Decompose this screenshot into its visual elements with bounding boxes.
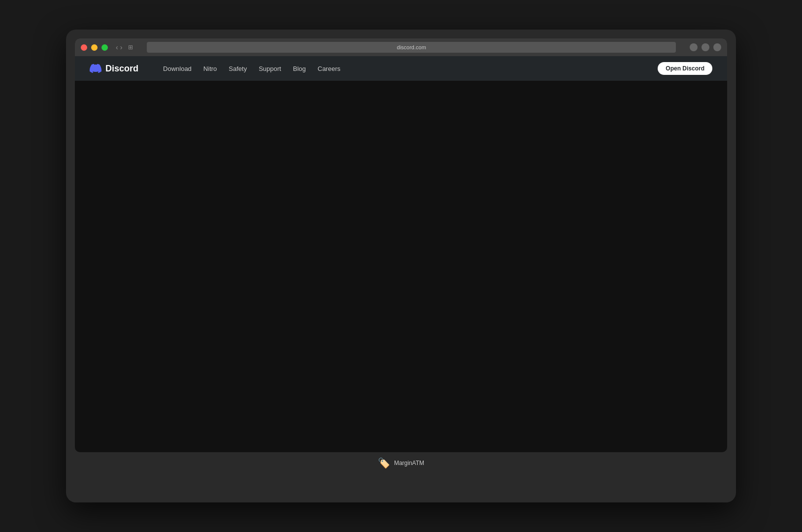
mac-close-btn[interactable] <box>81 44 87 51</box>
taskbar-label: MarginATM <box>394 460 424 466</box>
browser-icon-2 <box>702 43 709 51</box>
nav-safety[interactable]: Safety <box>229 65 247 72</box>
discord-logo-text: Discord <box>105 64 138 74</box>
discord-logo: Discord <box>90 63 138 74</box>
nav-arrows: ‹ › <box>116 43 122 51</box>
discord-navbar: Discord Download Nitro Safety Support Bl… <box>75 56 727 81</box>
mac-minimize-btn[interactable] <box>91 44 98 51</box>
open-discord-button[interactable]: Open Discord <box>658 62 712 75</box>
grid-icon: ⊞ <box>128 44 133 51</box>
address-text: discord.com <box>397 44 426 50</box>
browser-controls <box>690 43 721 51</box>
nav-download[interactable]: Download <box>163 65 192 72</box>
nav-links: Download Nitro Safety Support Blog Caree… <box>163 65 340 72</box>
nav-support[interactable]: Support <box>259 65 281 72</box>
forward-arrow[interactable]: › <box>120 43 123 51</box>
nav-careers[interactable]: Careers <box>318 65 340 72</box>
laptop-shell: ‹ › ⊞ discord.com Discord <box>66 30 736 502</box>
nav-blog[interactable]: Blog <box>293 65 306 72</box>
taskbar-icon: 🏷️ <box>378 457 390 469</box>
website-content: Discord Download Nitro Safety Support Bl… <box>75 56 727 81</box>
browser-icon-3 <box>713 43 721 51</box>
address-bar[interactable]: discord.com <box>147 42 676 53</box>
screen-bezel: ‹ › ⊞ discord.com Discord <box>75 38 727 452</box>
nav-nitro[interactable]: Nitro <box>203 65 217 72</box>
browser-icon-1 <box>690 43 698 51</box>
laptop-bottom: 🏷️ MarginATM <box>75 452 727 492</box>
mac-topbar: ‹ › ⊞ discord.com <box>75 38 727 56</box>
back-arrow[interactable]: ‹ <box>116 43 118 51</box>
mac-maximize-btn[interactable] <box>101 44 108 51</box>
